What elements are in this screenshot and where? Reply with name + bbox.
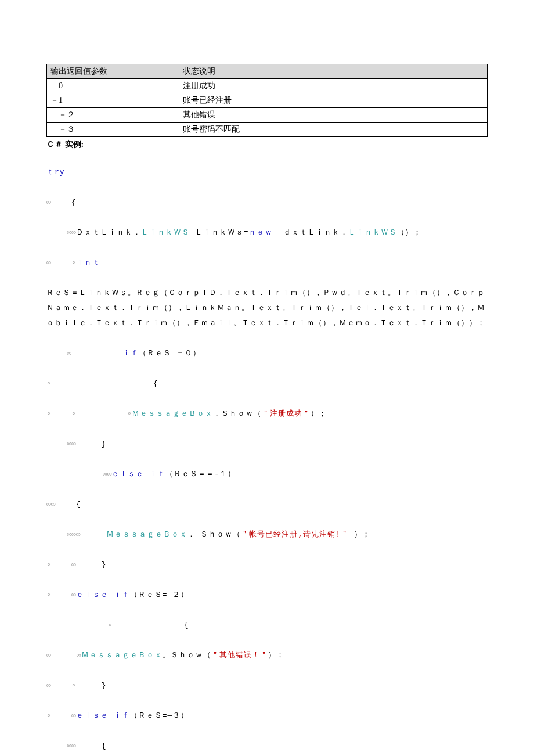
code-keyword: ｅｌｓｅ ｉｆ xyxy=(76,591,130,599)
whitespace-marker: ∘ xyxy=(46,560,51,569)
table-header-row: 输出返回值参数 状态说明 xyxy=(47,64,488,79)
table-row: －３账号密码不匹配 xyxy=(47,123,488,137)
code-type: ＬｉｎｋＷＳ xyxy=(348,228,397,237)
code-type: ＭｅｓｓａｇｅＢｏｘ xyxy=(81,651,163,660)
whitespace-marker: ∞ xyxy=(67,349,71,358)
whitespace-marker: ∞∞ xyxy=(67,741,76,750)
code-type: ＭｅｓｓａｇｅＢｏｘ xyxy=(106,530,187,539)
col-header: 输出返回值参数 xyxy=(47,64,179,79)
whitespace-marker: ∘ xyxy=(71,258,76,267)
whitespace-marker: ∘ xyxy=(71,409,76,418)
whitespace-marker: ∞∞ xyxy=(46,500,56,509)
code-keyword: ｅｌｓｅ ｉｆ xyxy=(111,470,165,478)
table-row: －２其他错误 xyxy=(47,108,488,123)
whitespace-marker: ∞∞∞ xyxy=(67,530,80,539)
whitespace-marker: ∘ xyxy=(46,591,51,599)
code-keyword: ｉｎｔ xyxy=(76,258,100,267)
code-type: ＭｅｓｓａｇｅＢｏｘ xyxy=(132,409,213,418)
output-return-table-1: 输出返回值参数 状态说明 0注册成功 －1账号已经注册 －２其他错误 －３账号密… xyxy=(46,64,488,137)
whitespace-marker: ∞ xyxy=(46,651,51,660)
col-header: 状态说明 xyxy=(179,64,487,79)
table-row: －1账号已经注册 xyxy=(47,93,488,108)
code-keyword: ｉｆ xyxy=(122,349,139,358)
whitespace-marker: ∘ xyxy=(71,681,76,690)
whitespace-marker: ∘ xyxy=(46,409,51,418)
whitespace-marker: ∘ xyxy=(127,409,132,418)
whitespace-marker: ∘ xyxy=(46,711,51,720)
whitespace-marker: ∞ xyxy=(71,711,76,720)
csharp-example-title: Ｃ＃ 实例: xyxy=(46,139,488,150)
code-keyword: ｎｅｗ xyxy=(248,228,273,237)
whitespace-marker: ∞ xyxy=(71,591,76,599)
whitespace-marker: ∞ xyxy=(77,651,81,660)
whitespace-marker: ∞∞ xyxy=(103,470,112,478)
whitespace-marker: ∞ xyxy=(46,258,51,267)
code-block: ｔry ∞ { ∞∞ＤｘｔＬｉｎｋ．ＬｉｎｋＷＳ ＬｉｎｋＷｓ=ｎｅｗ ｄｘｔＬ… xyxy=(46,150,488,756)
whitespace-marker: ∞∞ xyxy=(67,440,76,448)
code-string: ＂注册成功＂ xyxy=(262,409,311,418)
code-keyword: ｅｌｓｅ ｉｆ xyxy=(76,711,130,720)
code-string: ＂其他错误！＂ xyxy=(211,651,268,660)
table-row: 0注册成功 xyxy=(47,79,488,93)
whitespace-marker: ∘ xyxy=(46,379,51,388)
code-string: ＂帐号已经注册,请先注销!＂ xyxy=(241,530,349,539)
whitespace-marker: ∞∞ xyxy=(67,228,76,237)
whitespace-marker: ∞ xyxy=(46,198,51,207)
code-keyword: ｔry xyxy=(46,168,65,177)
whitespace-marker: ∞ xyxy=(71,560,76,569)
code-line: ＲｅＳ＝ＬｉｎｋＷｓ。Ｒｅｇ（ＣｏｒｐＩＤ．Ｔｅｘｔ．Ｔｒｉｍ（），Ｐｗｄ。Ｔｅ… xyxy=(46,286,488,331)
whitespace-marker: ∞ xyxy=(46,681,51,690)
code-type: ＬｉｎｋＷＳ xyxy=(141,228,190,237)
